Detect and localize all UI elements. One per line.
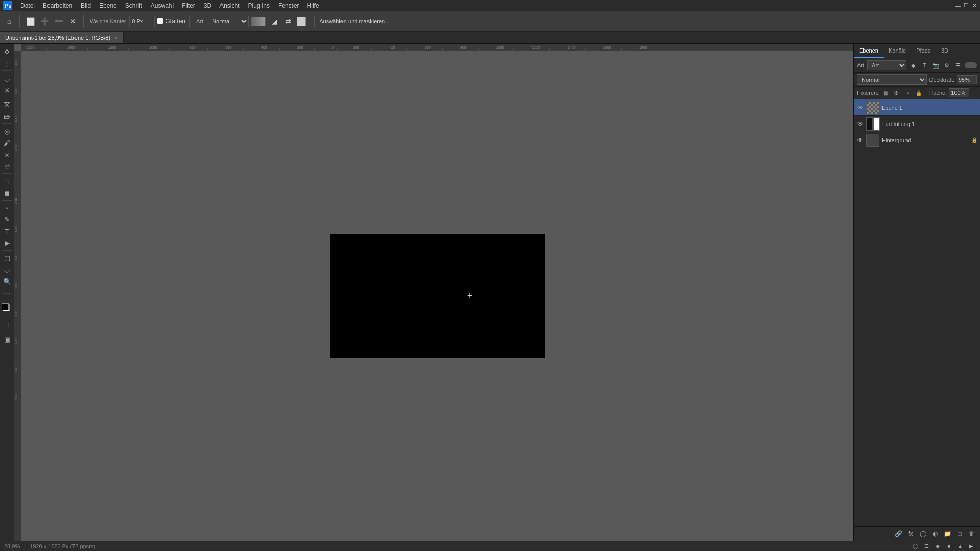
- tab-kanaele[interactable]: Kanäle: [884, 44, 911, 58]
- pen-tool[interactable]: ✎: [2, 214, 13, 225]
- marquee-intersect-icon[interactable]: ✕: [67, 15, 79, 28]
- options-bar: ⌂ ⬜ ➕ ➖ ✕ Weiche Kante: Glätten Art: Nor…: [0, 11, 980, 32]
- clone-stamp-tool[interactable]: ⛝: [2, 149, 13, 160]
- fill-input[interactable]: [949, 88, 969, 97]
- gradient-tool[interactable]: ◼: [2, 187, 13, 198]
- document-tab[interactable]: Unbenannt-1 bei 28,9% (Ebene 1, RGB/8) ×: [0, 32, 124, 43]
- new-adjustment-btn[interactable]: ◐: [930, 529, 940, 539]
- layer-visibility-farbfuellung1[interactable]: 👁: [856, 120, 864, 128]
- marquee-subtract-icon[interactable]: ➖: [53, 15, 65, 28]
- menu-ansicht[interactable]: Ansicht: [215, 1, 243, 10]
- home-button[interactable]: ⌂: [3, 15, 15, 28]
- tab-3d[interactable]: 3D: [936, 44, 953, 58]
- move-tool[interactable]: ✥: [2, 46, 13, 57]
- brush-tool[interactable]: 🖌: [2, 137, 13, 148]
- layer-filter-icon2[interactable]: T: [920, 61, 929, 70]
- menu-auswahl[interactable]: Auswahl: [146, 1, 178, 10]
- shape-tool[interactable]: ▢: [2, 252, 13, 263]
- status-icon5[interactable]: ▲: [955, 542, 965, 551]
- gradient-preview[interactable]: [251, 17, 266, 26]
- window-close[interactable]: ✕: [971, 2, 978, 9]
- text-tool[interactable]: T: [2, 226, 13, 237]
- screen-mode-tool[interactable]: ▣: [2, 334, 13, 345]
- layer-item-ebene1[interactable]: 👁 Ebene 1: [854, 99, 980, 116]
- hand-tool[interactable]: ◡: [2, 264, 13, 275]
- layer-thumb-hintergrund: [866, 134, 879, 147]
- menu-datei[interactable]: Datei: [16, 1, 39, 10]
- color-area: [2, 303, 13, 314]
- status-icon3[interactable]: ◆: [933, 542, 942, 551]
- tab-pfade[interactable]: Pfade: [911, 44, 936, 58]
- status-icon2[interactable]: ☰: [922, 542, 931, 551]
- add-mask-btn[interactable]: ◯: [918, 529, 928, 539]
- menu-ebene[interactable]: Ebene: [95, 1, 121, 10]
- link-layers-btn[interactable]: 🔗: [893, 529, 903, 539]
- menu-plugins[interactable]: Plug-ins: [244, 1, 274, 10]
- top-ruler: 1600 1400 1200 1000 800 600 400 200 0 20…: [21, 44, 853, 51]
- menu-bild[interactable]: Bild: [77, 1, 95, 10]
- menu-fenster[interactable]: Fenster: [274, 1, 303, 10]
- tool-separator-3: [2, 123, 12, 124]
- path-select-tool[interactable]: ▶: [2, 237, 13, 248]
- layer-item-hintergrund[interactable]: 👁 Hintergrund 🔒: [854, 132, 980, 148]
- new-layer-btn[interactable]: □: [954, 529, 965, 539]
- new-group-btn[interactable]: 📁: [942, 529, 952, 539]
- dodge-tool[interactable]: ◦: [2, 202, 13, 213]
- delete-layer-btn[interactable]: 🗑: [967, 529, 977, 539]
- opacity-input[interactable]: [957, 75, 977, 84]
- lasso-tool[interactable]: ◡: [2, 72, 13, 84]
- zoom-tool[interactable]: 🔍: [2, 276, 13, 287]
- window-minimize[interactable]: —: [954, 2, 962, 9]
- history-brush-tool[interactable]: ♾: [2, 161, 13, 172]
- layer-filter-icon3[interactable]: 📷: [931, 61, 940, 70]
- selection-tool[interactable]: ⋮: [2, 58, 13, 69]
- layer-filter-icon1[interactable]: ◆: [909, 61, 918, 70]
- layer-filter-icon5[interactable]: ☰: [953, 61, 963, 70]
- more-tools[interactable]: ⋯: [2, 287, 13, 298]
- eyedropper-tool[interactable]: 🗁: [2, 111, 13, 122]
- add-style-btn[interactable]: fx: [905, 529, 916, 539]
- menu-3d[interactable]: 3D: [200, 1, 215, 10]
- reverse-icon[interactable]: ⇄: [282, 15, 295, 28]
- eraser-tool[interactable]: ◻: [2, 176, 13, 187]
- status-icon4[interactable]: ■: [944, 542, 953, 551]
- tool-separator-2: [2, 97, 12, 97]
- select-mask-button[interactable]: Auswählen und maskieren...: [314, 16, 394, 27]
- svg-text:1000: 1000: [496, 46, 504, 49]
- tab-close-button[interactable]: ×: [114, 35, 117, 41]
- art-select[interactable]: Normal Fest: [208, 16, 249, 27]
- layer-filter-icon4[interactable]: ⚙: [942, 61, 951, 70]
- lock-all-icon[interactable]: 🔒: [914, 88, 923, 97]
- gradient-icon[interactable]: ◢: [268, 15, 280, 28]
- canvas-document[interactable]: +: [330, 234, 545, 358]
- crop-tool[interactable]: ⌧: [2, 99, 13, 110]
- menu-hilfe[interactable]: Hilfe: [303, 1, 324, 10]
- lock-pixels-icon[interactable]: ▦: [880, 88, 890, 97]
- marquee-add-icon[interactable]: ➕: [38, 15, 51, 28]
- layer-filter-select[interactable]: Art: [867, 60, 906, 70]
- rect-select-icon[interactable]: ⬜: [24, 15, 36, 28]
- foreground-color-swatch[interactable]: [2, 303, 9, 310]
- status-icon6[interactable]: ▶: [967, 542, 976, 551]
- layer-visibility-ebene1[interactable]: 👁: [856, 104, 864, 112]
- menu-schrift[interactable]: Schrift: [121, 1, 146, 10]
- window-maximize[interactable]: ☐: [963, 2, 970, 9]
- glatten-checkbox[interactable]: [157, 18, 163, 24]
- spot-heal-tool[interactable]: ◎: [2, 126, 13, 137]
- blend-mode-select[interactable]: Normal: [857, 74, 927, 85]
- lock-artboard-icon[interactable]: ▫: [903, 88, 912, 97]
- menu-bearbeiten[interactable]: Bearbeiten: [39, 1, 77, 10]
- layer-filter-toggle[interactable]: [965, 62, 977, 68]
- quick-mask-tool[interactable]: □: [2, 319, 13, 330]
- color-swatch[interactable]: [297, 17, 306, 26]
- lock-position-icon[interactable]: ✠: [892, 88, 901, 97]
- magic-wand-tool[interactable]: ⚔: [2, 84, 13, 95]
- layer-item-farbfuellung1[interactable]: 👁 Farbfüllung 1: [854, 116, 980, 132]
- app-logo: Ps: [2, 0, 13, 11]
- menu-filter[interactable]: Filter: [178, 1, 200, 10]
- status-info: 980 x 551 Px (72 ppcm): [30, 543, 95, 549]
- status-icon1[interactable]: ◯: [911, 542, 920, 551]
- layer-visibility-hintergrund[interactable]: 👁: [856, 136, 864, 144]
- tab-ebenen[interactable]: Ebenen: [854, 44, 884, 58]
- weiche-kante-input[interactable]: [129, 16, 155, 27]
